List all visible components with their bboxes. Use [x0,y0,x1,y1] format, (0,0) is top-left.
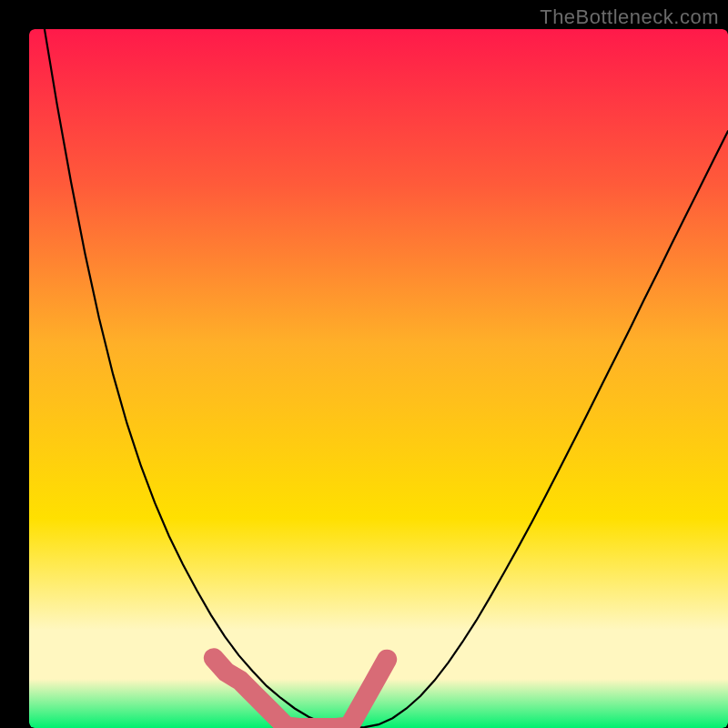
plot-svg [29,29,728,728]
plot-area [29,29,728,728]
watermark-text: TheBottleneck.com [540,5,719,29]
bottom-marker [214,658,387,728]
frame: TheBottleneck.com [0,0,728,728]
curve-line [29,29,728,728]
